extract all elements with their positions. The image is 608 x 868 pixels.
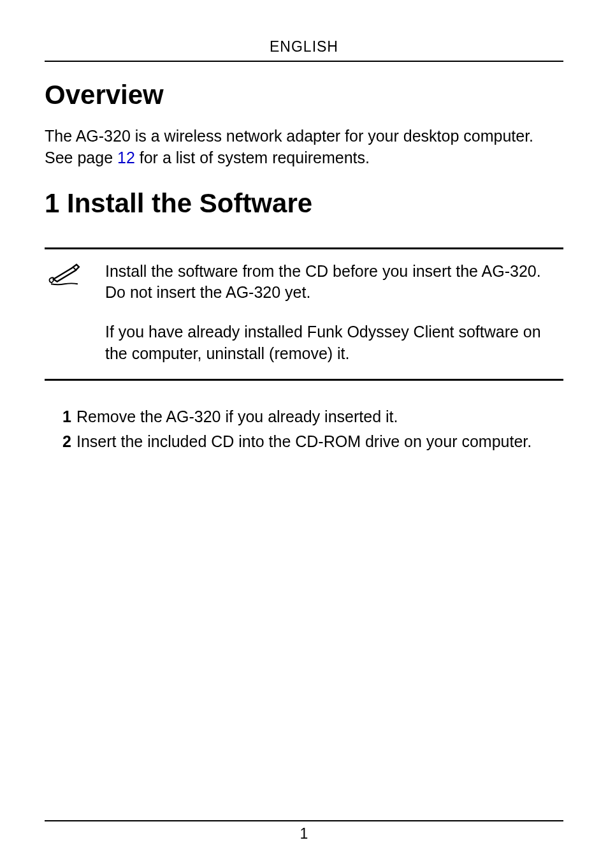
note-paragraph-1: Install the software from the CD before … [105, 261, 563, 304]
note-pencil-icon [45, 261, 86, 290]
note-box: Install the software from the CD before … [45, 247, 563, 381]
overview-heading: Overview [45, 80, 563, 110]
page-number: 1 [45, 825, 563, 842]
step-number: 1 [56, 406, 71, 428]
overview-text-after: for a list of system requirements. [135, 149, 370, 166]
steps-list: 1 Remove the AG-320 if you already inser… [45, 406, 563, 453]
note-paragraph-2: If you have already installed Funk Odyss… [105, 321, 563, 365]
footer-divider [45, 820, 563, 821]
install-heading: 1 Install the Software [45, 188, 563, 219]
step-number: 2 [56, 431, 71, 453]
page-link[interactable]: 12 [117, 149, 135, 166]
step-text: Remove the AG-320 if you already inserte… [76, 406, 563, 428]
header-language-label: ENGLISH [45, 38, 563, 55]
header-divider [45, 61, 563, 62]
page-footer: 1 [45, 820, 563, 842]
step-text: Insert the included CD into the CD-ROM d… [76, 431, 563, 453]
step-item: 2 Insert the included CD into the CD-ROM… [56, 431, 563, 453]
overview-paragraph: The AG-320 is a wireless network adapter… [45, 126, 563, 169]
step-item: 1 Remove the AG-320 if you already inser… [56, 406, 563, 428]
